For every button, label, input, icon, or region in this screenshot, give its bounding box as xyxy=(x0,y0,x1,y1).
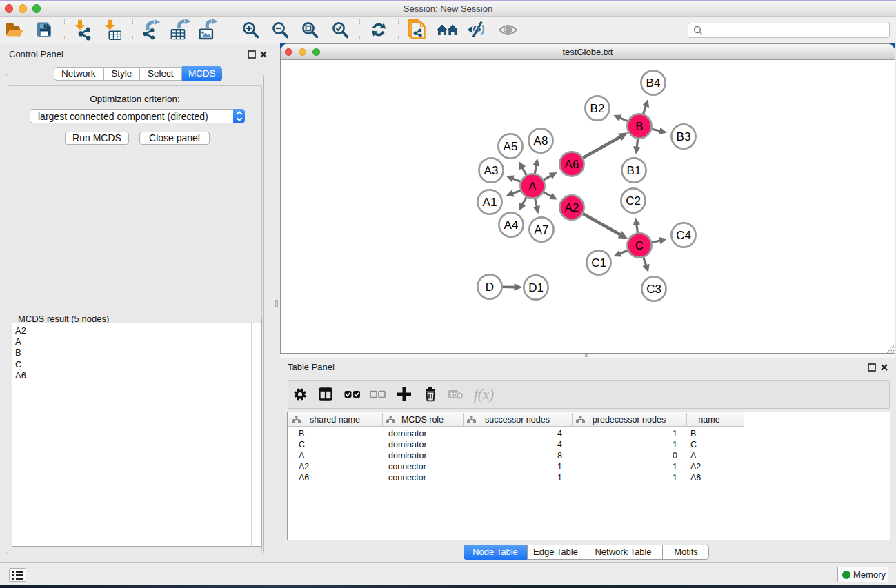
svg-text:A5: A5 xyxy=(504,140,518,153)
svg-text:B2: B2 xyxy=(590,102,605,115)
svg-text:A6: A6 xyxy=(565,158,579,171)
svg-text:C1: C1 xyxy=(591,256,606,270)
svg-text:C3: C3 xyxy=(646,283,661,296)
svg-text:B4: B4 xyxy=(646,77,661,90)
svg-text:A: A xyxy=(528,180,537,193)
svg-text:A2: A2 xyxy=(565,201,579,214)
svg-text:D: D xyxy=(486,281,494,294)
svg-text:C2: C2 xyxy=(626,194,641,207)
svg-text:A7: A7 xyxy=(535,223,549,236)
svg-text:C4: C4 xyxy=(676,229,691,242)
svg-text:B: B xyxy=(635,120,643,133)
svg-text:A1: A1 xyxy=(483,196,497,209)
svg-text:A3: A3 xyxy=(484,164,499,177)
svg-text:A8: A8 xyxy=(534,134,548,148)
svg-text:B3: B3 xyxy=(677,130,691,143)
svg-text:C: C xyxy=(635,239,644,252)
svg-text:A4: A4 xyxy=(504,219,519,232)
svg-text:B1: B1 xyxy=(627,164,641,177)
svg-text:D1: D1 xyxy=(528,281,544,294)
